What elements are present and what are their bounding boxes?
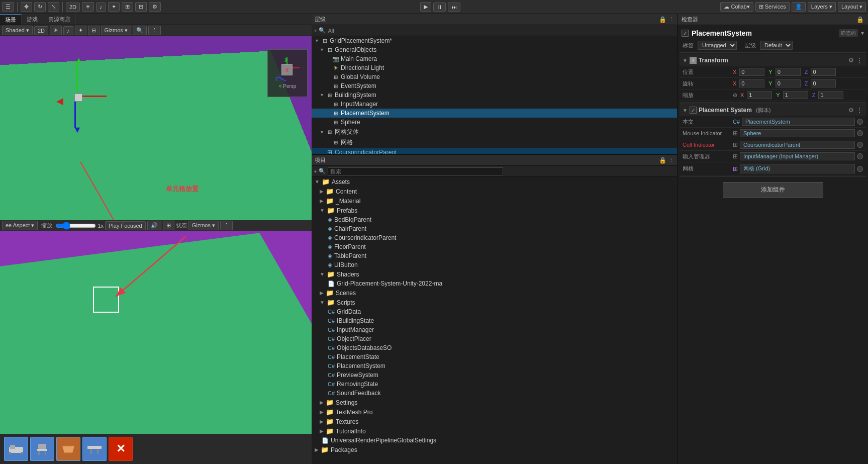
audio-toggle-game[interactable]: 🔊 [147, 221, 161, 230]
scale-z-input[interactable] [818, 91, 843, 99]
ps-gear[interactable]: ⚙ [848, 107, 854, 114]
layers-btn[interactable]: Layers ▾ [808, 2, 836, 12]
project-chp[interactable]: ◈ ChairParent [312, 224, 677, 233]
ci-dot[interactable] [857, 142, 863, 148]
tree-item-dl[interactable]: ☀ Directional Light [312, 63, 677, 72]
audio-toggle[interactable]: ♪ [96, 3, 106, 12]
active-checkbox[interactable]: ✓ [682, 30, 689, 37]
project-odso[interactable]: C# ObjectsDatabaseSO [312, 343, 677, 352]
project-bbp[interactable]: ◈ BedBiqParent [312, 215, 677, 224]
project-search-input[interactable] [328, 167, 503, 175]
project-plst[interactable]: C# PlacementState [312, 352, 677, 361]
tree-item-wt[interactable]: ▼ ⊞ 网格父体 [312, 127, 677, 137]
input-manager-ref[interactable]: InputManager (Input Manager) [740, 152, 855, 160]
move-tool[interactable]: ✥ [21, 2, 32, 12]
project-tex[interactable]: ▶ 📁 Textures [312, 417, 677, 426]
icon-bed[interactable] [4, 437, 28, 461]
tree-item-wg[interactable]: ⊞ 网格 [312, 137, 677, 148]
scene-2d[interactable]: 2D [34, 26, 48, 35]
scene-gizmos[interactable]: Gizmos ▾ [101, 26, 131, 35]
project-tuti[interactable]: ▶ 📁 TutorialInfo [312, 426, 677, 436]
aspect-select[interactable]: ee Aspect ▾ [2, 221, 38, 230]
pos-z-input[interactable] [811, 68, 836, 76]
light-toggle[interactable]: ☀ [82, 2, 94, 12]
tree-item-sp[interactable]: ⊞ Sphere [312, 118, 677, 127]
project-cip2[interactable]: ◈ CoursorindicatorParent [312, 233, 677, 242]
project-tap[interactable]: ◈ TableParent [312, 251, 677, 260]
project-inm[interactable]: C# InputManager [312, 325, 677, 334]
tree-item-cip[interactable]: ⊞ CoursorindicatorParent [312, 148, 677, 154]
grid-toggle[interactable]: ⊟ [135, 2, 147, 12]
hierarchy-more[interactable]: ⋮ [668, 16, 674, 23]
mi-dot[interactable] [857, 130, 863, 136]
scale-x-input[interactable] [747, 91, 772, 99]
project-rmst[interactable]: C# RemovingState [312, 380, 677, 389]
pause-button[interactable]: ⏸ [433, 3, 446, 12]
tree-item-ps[interactable]: ⊞ PlacementSystem [312, 109, 677, 118]
project-gd[interactable]: C# GridData [312, 307, 677, 316]
project-content[interactable]: ▶ 📁 Content [312, 187, 677, 196]
tag-select[interactable]: Untagged [698, 41, 737, 50]
pos-x-input[interactable] [739, 68, 764, 76]
scene-shading[interactable]: Shaded ▾ [2, 26, 33, 35]
tab-assetstore[interactable]: 资源商店 [43, 14, 76, 25]
icon-table[interactable] [82, 437, 107, 461]
hierarchy-lock[interactable]: 🔒 [659, 16, 666, 23]
gizmo-toggle[interactable]: ⊞ [122, 2, 133, 12]
project-shaders[interactable]: ▼ 📁 Shaders [312, 269, 677, 279]
hierarchy-add[interactable]: + [314, 28, 317, 34]
scene-light[interactable]: ☀ [50, 26, 62, 35]
scene-search[interactable]: 🔍 [133, 26, 147, 35]
hamburger-menu[interactable]: ☰ [2, 2, 14, 12]
tree-item-gv[interactable]: ⊞ Global Volume [312, 72, 677, 81]
transform-gear[interactable]: ⚙ [848, 57, 854, 64]
game-more[interactable]: ⋮ [220, 221, 233, 230]
inspector-lock[interactable]: 🔒 [856, 16, 864, 23]
project-scenes[interactable]: ▶ 📁 Scenes [312, 288, 677, 298]
scene-more[interactable]: ⋮ [148, 26, 161, 35]
scene-fx[interactable]: ✦ [75, 26, 86, 35]
project-assets[interactable]: ▼ 📁 Assets [312, 177, 677, 187]
transform-header[interactable]: ▼ T Transform ⚙ ⋮ [680, 54, 866, 66]
placement-system-header[interactable]: ▼ ✓ Placement System (脚本) ⚙ ⋮ [680, 104, 866, 116]
script-dot[interactable] [857, 119, 863, 125]
scale-y-input[interactable] [783, 91, 808, 99]
project-op[interactable]: C# ObjectPlacer [312, 334, 677, 343]
project-flp[interactable]: ◈ FloorParent [312, 242, 677, 251]
play-focused[interactable]: Play Focused [105, 221, 146, 230]
tab-scene[interactable]: 场景 [0, 14, 22, 25]
project-settings[interactable]: ▶ 📁 Settings [312, 398, 677, 407]
account-btn[interactable]: 👤 [792, 2, 806, 12]
tree-item-es[interactable]: ⊞ EventSystem [312, 81, 677, 90]
mouse-indicator-ref[interactable]: Sphere [740, 129, 855, 137]
pos-y-input[interactable] [776, 68, 801, 76]
zoom-slider[interactable] [56, 222, 96, 230]
stats-toggle[interactable]: ⊞ [163, 221, 174, 230]
project-more[interactable]: ⋮ [668, 157, 674, 163]
play-button[interactable]: ▶ [420, 2, 431, 12]
project-add[interactable]: + [314, 168, 317, 174]
project-ibs[interactable]: C# IBuildingState [312, 316, 677, 325]
project-material[interactable]: ▶ 📁 _Material [312, 196, 677, 206]
add-component-button[interactable]: 添加组件 [723, 182, 823, 198]
ps-dots[interactable]: ⋮ [856, 106, 863, 114]
project-prefabs[interactable]: ▼ 📁 Prefabs [312, 206, 677, 215]
rotate-tool[interactable]: ↻ [34, 2, 46, 12]
settings-cog[interactable]: ⚙ [149, 2, 161, 12]
step-button[interactable]: ⏭ [448, 3, 460, 12]
project-urp[interactable]: 📄 UniversalRenderPipelineGlobalSettings [312, 436, 677, 445]
script-ref[interactable]: PlacementSystem [742, 118, 855, 126]
rot-x-input[interactable] [739, 79, 764, 87]
2d-toggle[interactable]: 2D [66, 3, 80, 12]
ps-checkbox[interactable]: ✓ [690, 107, 697, 114]
scale-tool[interactable]: ⤡ [48, 2, 59, 12]
scene-hidden[interactable]: ⊟ [88, 26, 100, 35]
rot-y-input[interactable] [776, 79, 801, 87]
fx-toggle[interactable]: ✦ [108, 2, 120, 12]
tree-item-bs[interactable]: ▼ ⊞ BuildingSystem [312, 90, 677, 100]
collab-btn[interactable]: ☁ Collab▾ [720, 2, 753, 12]
services-btn[interactable]: ⊞ Services [755, 2, 790, 12]
grid-dot[interactable] [857, 166, 863, 172]
icon-delete[interactable]: ✕ [109, 437, 133, 461]
grid-ref[interactable]: 网格 (Grid) [740, 164, 855, 173]
